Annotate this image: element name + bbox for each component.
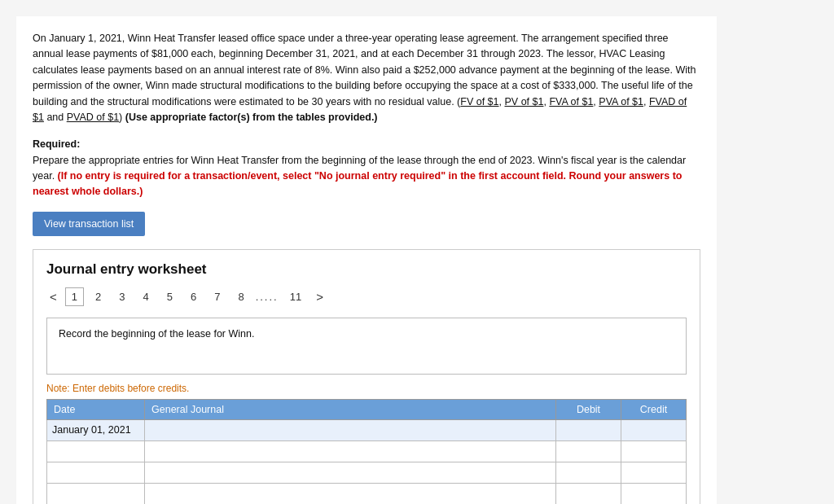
tab-next-arrow[interactable]: >: [313, 288, 327, 305]
pva-link[interactable]: PVA of $1: [599, 96, 643, 107]
debit-cell-4[interactable]: [556, 483, 621, 504]
table-row: [47, 483, 687, 504]
red-instruction: (If no entry is required for a transacti…: [33, 170, 682, 197]
tab-dots: .....: [256, 291, 279, 303]
credit-cell-3[interactable]: [621, 462, 687, 483]
journal-table: Date General Journal Debit Credit Januar…: [46, 399, 687, 504]
required-section: Required: Prepare the appropriate entrie…: [33, 137, 700, 200]
tab-prev-arrow[interactable]: <: [46, 288, 60, 305]
tab-8[interactable]: 8: [231, 287, 250, 306]
pvad-link[interactable]: PVAD of $1: [67, 112, 119, 123]
th-date: Date: [47, 399, 145, 419]
tab-7[interactable]: 7: [208, 287, 226, 306]
tab-2[interactable]: 2: [89, 287, 108, 306]
worksheet-container: Journal entry worksheet < 1 2 3 4 5 6 7 …: [33, 249, 700, 504]
th-general-journal: General Journal: [145, 399, 556, 419]
credit-cell-1[interactable]: [621, 419, 687, 440]
factors-note: (Use appropriate factor(s) from the tabl…: [125, 112, 378, 123]
debit-cell-3[interactable]: [556, 462, 621, 483]
tab-4[interactable]: 4: [136, 287, 155, 306]
journal-cell-1[interactable]: [145, 419, 556, 440]
intro-text: On January 1, 2021, Winn Heat Transfer l…: [33, 31, 700, 125]
th-debit: Debit: [556, 399, 621, 419]
table-row: [47, 440, 687, 462]
journal-cell-4[interactable]: [145, 483, 556, 504]
tab-1[interactable]: 1: [65, 287, 84, 306]
required-label: Required:: [33, 138, 80, 150]
fv-link[interactable]: FV of $1: [460, 96, 498, 107]
record-description-box: Record the beginning of the lease for Wi…: [46, 318, 687, 375]
journal-cell-2[interactable]: [145, 440, 556, 462]
intro-paragraph: On January 1, 2021, Winn Heat Transfer l…: [33, 33, 696, 123]
worksheet-title: Journal entry worksheet: [46, 261, 687, 278]
th-credit: Credit: [621, 399, 687, 419]
date-cell-1[interactable]: January 01, 2021: [47, 419, 145, 440]
date-cell-3[interactable]: [47, 462, 145, 483]
tab-6[interactable]: 6: [184, 287, 203, 306]
tab-3[interactable]: 3: [112, 287, 131, 306]
credit-cell-4[interactable]: [621, 483, 687, 504]
debit-cell-2[interactable]: [556, 440, 621, 462]
fva-link[interactable]: FVA of $1: [549, 96, 593, 107]
view-transaction-button[interactable]: View transaction list: [33, 212, 145, 236]
date-cell-4[interactable]: [47, 483, 145, 504]
page-container: On January 1, 2021, Winn Heat Transfer l…: [16, 16, 717, 504]
tab-navigation: < 1 2 3 4 5 6 7 8 ..... 11 >: [46, 287, 687, 306]
pv-link[interactable]: PV of $1: [504, 96, 543, 107]
note-text: Note: Enter debits before credits.: [46, 383, 687, 394]
table-row: [47, 462, 687, 483]
tab-11[interactable]: 11: [283, 287, 308, 306]
required-paragraph: Required: Prepare the appropriate entrie…: [33, 137, 700, 200]
date-cell-2[interactable]: [47, 440, 145, 462]
debit-cell-1[interactable]: [556, 419, 621, 440]
record-description-text: Record the beginning of the lease for Wi…: [59, 328, 254, 340]
tab-5[interactable]: 5: [160, 287, 179, 306]
journal-cell-3[interactable]: [145, 462, 556, 483]
table-row: January 01, 2021: [47, 419, 687, 440]
credit-cell-2[interactable]: [621, 440, 687, 462]
